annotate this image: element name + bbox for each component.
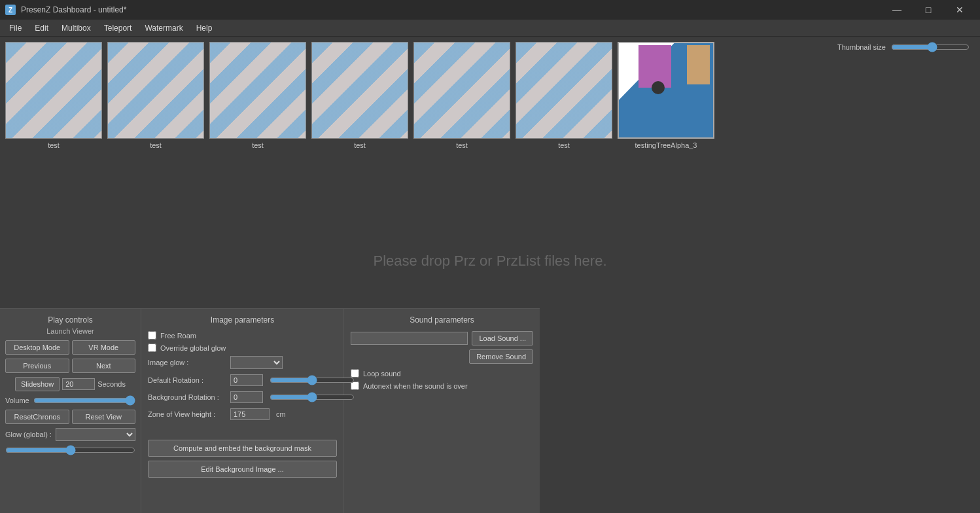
- glow-row: Glow (global) :: [5, 428, 135, 441]
- free-roam-label: Free Roam: [160, 332, 196, 340]
- background-rotation-slider-wrap: [270, 392, 355, 402]
- app-icon: Z: [5, 5, 16, 15]
- thumbnail-item-2[interactable]: test: [209, 42, 306, 149]
- minimize-button[interactable]: —: [882, 0, 912, 20]
- edit-background-button[interactable]: Edit Background Image ...: [148, 461, 337, 478]
- thumbnail-item-5[interactable]: test: [516, 42, 612, 149]
- image-glow-row: Image glow :: [148, 356, 337, 369]
- title-bar: Z PresenZ Dashboard - untitled* — □ ✕: [0, 0, 980, 20]
- sound-params-title: Sound parameters: [351, 315, 533, 325]
- thumbnail-image-4: [413, 42, 510, 139]
- menu-bar: File Edit Multibox Teleport Watermark He…: [0, 20, 980, 37]
- zone-height-input[interactable]: [230, 408, 270, 420]
- thumbnail-label-0: test: [48, 141, 60, 149]
- thumbnail-item-0[interactable]: test: [5, 42, 102, 149]
- thumbnail-image-0: [5, 42, 102, 139]
- thumbnail-stripe-4: [414, 43, 510, 138]
- bottom-panels: Play controls Launch Viewer Desktop Mode…: [0, 308, 980, 513]
- thumbnail-beige-rect: [687, 45, 710, 84]
- close-button[interactable]: ✕: [945, 0, 975, 20]
- background-rotation-row: Background Rotation :: [148, 391, 337, 403]
- window-title: PresenZ Dashboard - untitled*: [21, 5, 126, 14]
- thumbnail-image-1: [107, 42, 204, 139]
- sound-params-panel: Sound parameters Load Sound ... Remove S…: [343, 308, 540, 513]
- loop-sound-label: Loop sound: [363, 370, 401, 378]
- title-bar-controls: — □ ✕: [882, 0, 975, 20]
- thumbnail-stripe-0: [6, 43, 101, 138]
- thumbnail-image-2: [209, 42, 306, 139]
- mode-buttons-row: Desktop Mode VR Mode: [5, 340, 135, 355]
- thumbnail-label-4: test: [456, 141, 468, 149]
- thumbnail-item-3[interactable]: test: [311, 42, 408, 149]
- thumbnail-stripe-1: [108, 43, 203, 138]
- extra-slider[interactable]: [5, 445, 135, 455]
- default-rotation-row: Default Rotation :: [148, 374, 337, 386]
- cm-label: cm: [276, 410, 286, 418]
- vr-mode-button[interactable]: VR Mode: [72, 340, 136, 355]
- nav-buttons-row: Previous Next: [5, 359, 135, 373]
- volume-slider[interactable]: [33, 395, 135, 406]
- extra-slider-row: [5, 445, 135, 455]
- menu-teleport[interactable]: Teleport: [97, 22, 139, 34]
- compute-embed-button[interactable]: Compute and embed the background mask: [148, 440, 337, 457]
- previous-button[interactable]: Previous: [5, 359, 69, 373]
- background-rotation-input[interactable]: [230, 391, 263, 403]
- slideshow-button[interactable]: Slideshow: [15, 377, 60, 391]
- free-roam-checkbox[interactable]: [148, 331, 156, 340]
- sound-file-input[interactable]: [351, 332, 468, 345]
- default-rotation-input[interactable]: [230, 374, 263, 386]
- seconds-input[interactable]: [62, 378, 95, 390]
- image-glow-select[interactable]: [230, 356, 283, 369]
- volume-row: Volume: [5, 395, 135, 406]
- menu-file[interactable]: File: [3, 22, 28, 34]
- title-bar-left: Z PresenZ Dashboard - untitled*: [5, 5, 126, 15]
- thumbnail-label-3: test: [354, 141, 366, 149]
- glow-select[interactable]: [56, 428, 135, 441]
- default-rotation-slider[interactable]: [270, 375, 355, 385]
- thumbnail-item-4[interactable]: test: [413, 42, 510, 149]
- background-rotation-label: Background Rotation :: [148, 393, 226, 401]
- thumbnail-item-1[interactable]: test: [107, 42, 204, 149]
- seconds-label: Seconds: [97, 380, 126, 388]
- image-params-title: Image parameters: [148, 315, 337, 325]
- thumbnail-stripe-5: [516, 43, 612, 138]
- slideshow-row: Slideshow Seconds: [5, 377, 135, 391]
- menu-watermark[interactable]: Watermark: [138, 22, 189, 34]
- sound-file-row: Load Sound ...: [351, 331, 533, 345]
- thumbnail-label-6: testingTreeAlpha_3: [635, 141, 697, 149]
- background-rotation-slider[interactable]: [270, 392, 355, 402]
- override-glow-label: Override global glow: [160, 344, 226, 352]
- menu-edit[interactable]: Edit: [28, 22, 55, 34]
- glow-label: Glow (global) :: [5, 431, 52, 438]
- menu-multibox[interactable]: Multibox: [55, 22, 97, 34]
- default-rotation-slider-wrap: [270, 375, 355, 385]
- maximize-button[interactable]: □: [913, 0, 943, 20]
- desktop-mode-button[interactable]: Desktop Mode: [5, 340, 69, 355]
- load-sound-button[interactable]: Load Sound ...: [472, 331, 533, 345]
- autonext-label: Autonext when the sound is over: [363, 382, 468, 390]
- play-controls-title: Play controls: [5, 315, 135, 325]
- zone-height-label: Zone of View height :: [148, 410, 226, 418]
- reset-view-button[interactable]: Reset View: [72, 410, 136, 424]
- menu-help[interactable]: Help: [190, 22, 219, 34]
- thumbnail-image-5: [516, 42, 612, 139]
- remove-sound-button[interactable]: Remove Sound: [469, 349, 533, 364]
- action-buttons: Compute and embed the background mask Ed…: [148, 440, 337, 482]
- play-controls-panel: Play controls Launch Viewer Desktop Mode…: [0, 308, 141, 513]
- override-glow-checkbox[interactable]: [148, 344, 156, 352]
- next-button[interactable]: Next: [72, 359, 136, 373]
- thumbnail-size-slider[interactable]: [891, 42, 970, 52]
- thumbnail-label-1: test: [150, 141, 162, 149]
- reset-buttons-row: ResetChronos Reset View: [5, 410, 135, 424]
- thumbnail-size-control: Thumbnail size: [837, 42, 970, 52]
- override-glow-row: Override global glow: [148, 344, 337, 352]
- thumbnail-stripe-3: [312, 43, 408, 138]
- thumbnail-stripe-2: [210, 43, 306, 138]
- default-rotation-label: Default Rotation :: [148, 376, 226, 384]
- thumbnail-bug: [652, 81, 665, 94]
- reset-chronos-button[interactable]: ResetChronos: [5, 410, 69, 424]
- thumbnail-item-6[interactable]: testingTreeAlpha_3: [618, 42, 714, 149]
- thumbnail-label-5: test: [558, 141, 570, 149]
- autonext-row: Autonext when the sound is over: [351, 381, 533, 390]
- drop-zone-text: Please drop Prz or PrzList files here.: [373, 253, 606, 270]
